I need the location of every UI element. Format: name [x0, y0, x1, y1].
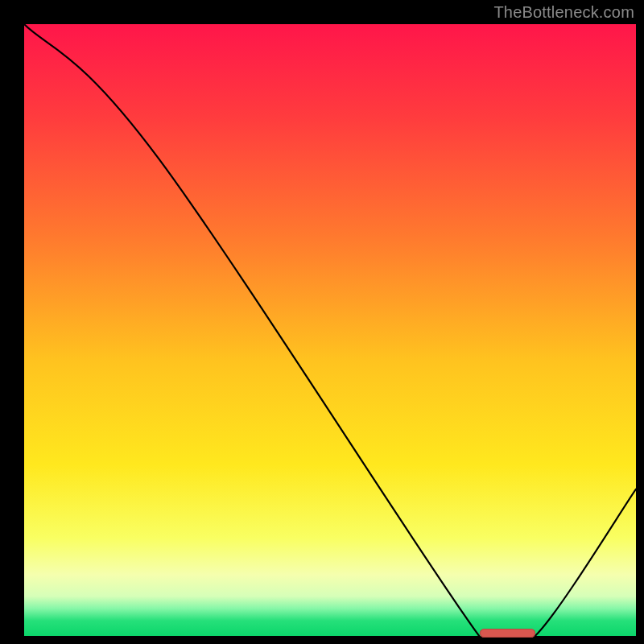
bottleneck-curve	[24, 24, 636, 636]
watermark-text: TheBottleneck.com	[493, 3, 634, 22]
plot-area	[24, 24, 636, 636]
optimal-range-marker	[480, 629, 535, 638]
chart-stage: TheBottleneck.com	[0, 0, 644, 644]
